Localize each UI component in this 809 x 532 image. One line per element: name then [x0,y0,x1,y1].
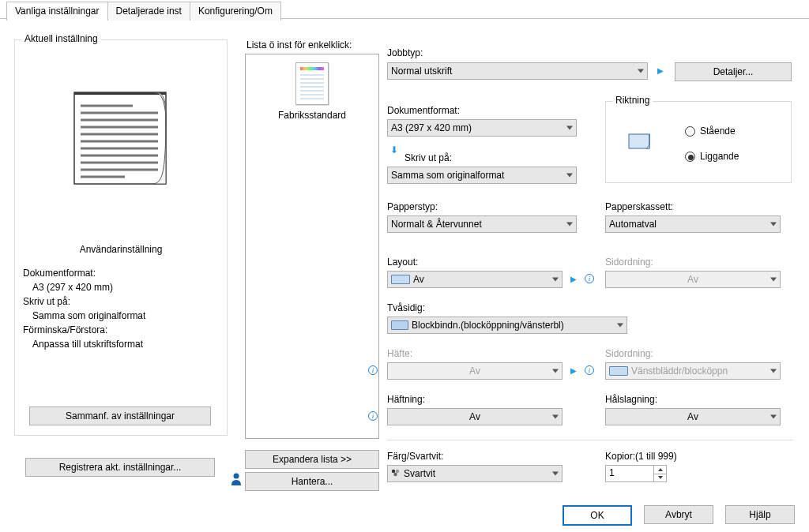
jobtype-value: Normal utskrift [391,66,452,77]
docformat-value: A3 (297 x 420 mm) [391,122,472,133]
color-value: Svartvit [404,468,435,479]
svg-point-17 [393,473,397,476]
pageorder2-value: Vänstbläddr/blocköppn [631,365,728,377]
svg-point-16 [396,470,399,473]
info-icon[interactable]: i [585,274,594,283]
svg-rect-14 [629,134,649,148]
staple-select[interactable]: Av [387,408,563,425]
printon-select[interactable]: Samma som originalformat [387,167,577,184]
pageorder-value: Av [687,274,698,285]
landscape-page-icon [628,132,652,153]
arrow-right-icon: ▶ [570,275,577,283]
punch-value: Av [687,411,698,422]
booklet-value: Av [469,365,480,377]
printon-label: Skriv ut på: [404,152,452,163]
summary-printon-label: Skriv ut på: [23,294,219,309]
tab-config-about[interactable]: Konfigurering/Om [190,2,281,21]
oneclick-list-label: Lista ö inst för enkelklick: [246,39,352,51]
arrow-right-icon: ▶ [570,366,577,375]
summary-docformat-value: A3 (297 x 420 mm) [23,280,219,294]
papertype-value: Normalt & Återvunnet [391,219,482,230]
duplex-icon [391,320,408,330]
list-item-factory-standard[interactable]: Fabriksstandard [246,62,378,121]
punch-label: Hålslagning: [605,394,657,405]
bw-icon [391,468,401,479]
spin-down-button[interactable] [654,474,666,482]
docformat-select[interactable]: A3 (297 x 420 mm) [387,119,577,137]
arrow-right-icon: ▶ [657,66,664,75]
papertray-value: Automatval [609,219,657,230]
spin-up-button[interactable] [654,466,666,474]
pageorder2-icon [609,366,628,376]
orientation-portrait-radio[interactable]: Stående [685,126,736,137]
staple-value: Av [469,411,480,422]
tab-common-settings[interactable]: Vanliga inställningar [6,2,108,21]
svg-point-15 [392,470,395,473]
copies-label: Kopior:(1 till 999) [605,451,677,462]
summary-scale-label: Förminska/Förstora: [23,323,219,337]
papertype-select[interactable]: Normalt & Återvunnet [387,215,577,233]
orientation-legend: Riktning [612,95,653,106]
tab-detailed-settings[interactable]: Detaljerade inst [107,2,190,21]
jobtype-select[interactable]: Normal utskrift [387,62,648,80]
orientation-landscape-radio[interactable]: Liggande [685,151,739,162]
booklet-select: Av [387,362,563,380]
info-icon[interactable]: i [368,365,378,375]
docformat-label: Dokumentformat: [387,105,460,116]
cancel-button[interactable]: Avbryt [644,505,713,524]
pageorder-select: Av [605,271,781,288]
manage-button[interactable]: Hantera... [245,472,379,491]
summary-button[interactable]: Sammanf. av inställningar [29,406,211,425]
layout-label: Layout: [387,257,418,268]
current-setting-legend: Aktuell inställning [21,33,101,44]
pageorder2-select: Vänstbläddr/blocköppn [605,362,781,380]
summary-printon-value: Samma som originalformat [23,309,219,323]
papertray-label: Papperskassett: [605,201,673,212]
pageorder2-label: Sidordning: [605,348,653,359]
copies-input[interactable]: 1 [605,465,667,482]
layout-value: Av [413,274,424,285]
user-settings-title: Användarinställning [15,244,227,255]
page-preview-icon [70,86,172,192]
tab-bar: Vanliga inställningar Detaljerade inst K… [6,2,280,21]
duplex-value: Blockbindn.(blocköppning/vänsterbl) [412,320,564,331]
info-icon[interactable]: i [368,411,378,421]
papertray-select[interactable]: Automatval [605,215,781,233]
info-icon[interactable]: i [585,365,594,375]
punch-select[interactable]: Av [605,408,781,425]
svg-rect-1 [74,92,166,95]
jobtype-label: Jobbtyp: [387,47,423,58]
booklet-label: Häfte: [387,348,412,359]
layout-select[interactable]: Av [387,271,563,288]
copies-value: 1 [606,466,653,481]
orientation-portrait-label: Stående [700,126,736,137]
color-select[interactable]: Svartvit [387,465,563,482]
layout-icon [391,275,410,284]
settings-summary: Dokumentformat: A3 (297 x 420 mm) Skriv … [23,266,219,351]
list-item-label: Fabriksstandard [246,110,378,121]
summary-docformat-label: Dokumentformat: [23,266,219,280]
details-button[interactable]: Detaljer... [675,62,792,81]
document-icon [295,62,329,105]
register-settings-button[interactable]: Registrera akt. inställningar... [25,458,215,477]
arrow-down-icon: ⬇ [390,144,398,155]
svg-point-13 [234,474,239,479]
orientation-group: Riktning Stående Liggande [605,101,792,183]
user-icon [231,472,242,486]
help-button[interactable]: Hjälp [725,505,795,524]
copies-spinner[interactable] [653,466,666,481]
printon-value: Samma som originalformat [391,170,504,181]
expand-list-button[interactable]: Expandera lista >> [245,450,379,469]
duplex-select[interactable]: Blockbindn.(blocköppning/vänsterbl) [387,317,627,334]
duplex-label: Tvåsidig: [387,302,425,313]
pageorder-label: Sidordning: [605,257,653,268]
papertype-label: Papperstyp: [387,201,438,212]
divider [387,440,793,440]
ok-button[interactable]: OK [563,505,632,526]
color-label: Färg/Svartvit: [387,451,443,462]
oneclick-listbox[interactable]: Fabriksstandard [245,54,379,439]
orientation-landscape-label: Liggande [700,151,739,162]
summary-scale-value: Anpassa till utskriftsformat [23,337,219,351]
current-setting-group: Aktuell inställning Användarinställning … [14,39,228,436]
staple-label: Häftning: [387,394,425,405]
